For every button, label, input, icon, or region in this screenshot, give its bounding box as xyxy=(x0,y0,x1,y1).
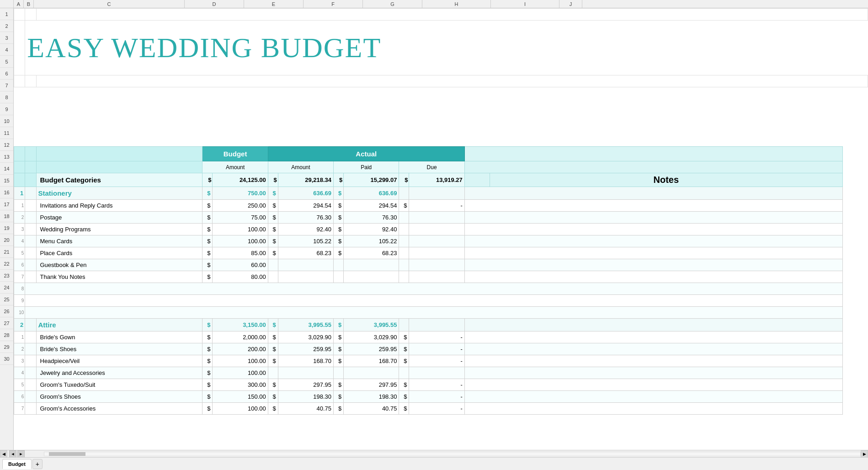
prog-budget-amount: 100.00 xyxy=(213,224,268,235)
horizontal-scrollbar[interactable]: ◀ ◄ ► ▶ xyxy=(0,450,868,457)
item-row-empty-8: 8 xyxy=(14,283,868,295)
gown-a: 1 xyxy=(14,331,25,343)
inv-actual-amount: 294.54 xyxy=(278,200,333,212)
notes-sub-header xyxy=(464,161,842,173)
prog-b xyxy=(25,224,36,235)
stationery-due-dollar xyxy=(399,187,409,200)
tux-b xyxy=(25,379,36,391)
prog-a: 3 xyxy=(14,224,25,235)
inv-notes xyxy=(464,200,842,212)
scroll-thumb[interactable] xyxy=(49,452,85,456)
item-row-veil: 3 Headpiece/Veil $ 100.00 $ 168.70 $ 168… xyxy=(14,355,868,367)
tux-name: Groom's Tuxedo/Suit xyxy=(36,379,202,391)
guest-b xyxy=(25,259,36,271)
place-budget-dollar: $ xyxy=(202,247,213,259)
e8-rest xyxy=(25,283,843,295)
gacc-due-dollar: $ xyxy=(399,403,409,415)
e9-a: 9 xyxy=(14,295,25,307)
attire-due-dollar xyxy=(399,319,409,331)
attire-notes xyxy=(464,319,842,331)
gshoe-due-amount: - xyxy=(409,391,464,403)
jewel-due-amount xyxy=(409,367,464,379)
spreadsheet-title: EASY WEDDING BUDGET xyxy=(25,21,868,75)
tux-notes xyxy=(464,379,842,391)
post-a: 2 xyxy=(14,212,25,224)
menu-b xyxy=(25,235,36,247)
gown-paid-dollar: $ xyxy=(334,331,344,343)
attire-budget-amount: 3,150.00 xyxy=(213,319,268,331)
place-paid-amount: 68.23 xyxy=(344,247,399,259)
ty-budget-amount: 80.00 xyxy=(213,271,268,283)
jewel-actual-amount xyxy=(278,367,333,379)
stationery-name: Stationery xyxy=(36,187,202,200)
row-num-7: 7 xyxy=(0,80,13,91)
row-num-11: 11 xyxy=(0,127,13,139)
cell-10a xyxy=(14,161,25,173)
actual-total-dollar3: $ xyxy=(399,173,409,187)
stationery-notes xyxy=(464,187,842,200)
guest-paid-dollar xyxy=(334,259,344,271)
scroll-left-button[interactable]: ◀ xyxy=(0,450,7,458)
post-notes xyxy=(464,212,842,224)
actual-total-due: 13,919.27 xyxy=(409,173,464,187)
scroll-right-page-button[interactable]: ► xyxy=(17,450,25,458)
cell-3a xyxy=(14,75,25,87)
bshoe-budget-dollar: $ xyxy=(202,343,213,355)
stationery-budget-amount: 750.00 xyxy=(213,187,268,200)
ty-notes xyxy=(464,271,842,283)
stationery-num: 1 xyxy=(14,187,25,200)
menu-due-amount xyxy=(409,235,464,247)
cell-10b xyxy=(25,161,36,173)
bshoe-notes xyxy=(464,343,842,355)
attire-due-amount xyxy=(409,319,464,331)
add-tab-button[interactable]: + xyxy=(32,459,43,469)
inv-a: 1 xyxy=(14,200,25,212)
row-num-16: 16 xyxy=(0,187,13,198)
post-budget-amount: 75.00 xyxy=(213,212,268,224)
place-actual-amount: 68.23 xyxy=(278,247,333,259)
ty-due-amount xyxy=(409,271,464,283)
row-num-8: 8 xyxy=(0,91,13,103)
row-num-19: 19 xyxy=(0,222,13,234)
tux-paid-dollar: $ xyxy=(334,379,344,391)
gacc-a: 7 xyxy=(14,403,25,415)
cell-3c xyxy=(36,75,868,87)
attire-num: 2 xyxy=(14,319,25,331)
gacc-notes xyxy=(464,403,842,415)
place-paid-dollar: $ xyxy=(334,247,344,259)
inv-paid-dollar: $ xyxy=(334,200,344,212)
stationery-b xyxy=(25,187,36,200)
item-row-postage: 2 Postage $ 75.00 $ 76.30 $ 76.30 xyxy=(14,212,868,224)
prog-due-dollar xyxy=(399,224,409,235)
jewel-paid-dollar xyxy=(334,367,344,379)
inv-name: Invitations and Reply Cards xyxy=(36,200,202,212)
bshoe-budget-amount: 200.00 xyxy=(213,343,268,355)
place-name: Place Cards xyxy=(36,247,202,259)
col-header-g: G xyxy=(363,0,422,8)
gshoe-actual-amount: 198.30 xyxy=(278,391,333,403)
scroll-right-button[interactable]: ▶ xyxy=(861,450,868,458)
row-num-28: 28 xyxy=(0,329,13,341)
actual-total-dollar2: $ xyxy=(334,173,344,187)
menu-due-dollar xyxy=(399,235,409,247)
tux-budget-dollar: $ xyxy=(202,379,213,391)
row-num-9: 9 xyxy=(0,103,13,115)
item-row-tuxedo: 5 Groom's Tuxedo/Suit $ 300.00 $ 297.95 … xyxy=(14,379,868,391)
main-content: EASY WEDDING BUDGET xyxy=(14,8,868,450)
scroll-left-page-button[interactable]: ◄ xyxy=(9,450,16,458)
budget-tab[interactable]: Budget xyxy=(2,459,32,469)
menu-budget-amount: 100.00 xyxy=(213,235,268,247)
row-num-17: 17 xyxy=(0,198,13,210)
place-due-amount xyxy=(409,247,464,259)
stationery-actual-dollar: $ xyxy=(268,187,278,200)
veil-name: Headpiece/Veil xyxy=(36,355,202,367)
guest-due-dollar xyxy=(399,259,409,271)
actual-total-dollar1: $ xyxy=(268,173,278,187)
row-numbers: 1 2 3 4 5 6 7 8 9 10 11 12 13 14 15 16 1… xyxy=(0,8,14,450)
row-num-24: 24 xyxy=(0,282,13,294)
cell-11a xyxy=(14,173,25,187)
item-row-place: 5 Place Cards $ 85.00 $ 68.23 $ 68.23 xyxy=(14,247,868,259)
guest-paid-amount xyxy=(344,259,399,271)
gshoe-notes xyxy=(464,391,842,403)
tux-due-dollar: $ xyxy=(399,379,409,391)
